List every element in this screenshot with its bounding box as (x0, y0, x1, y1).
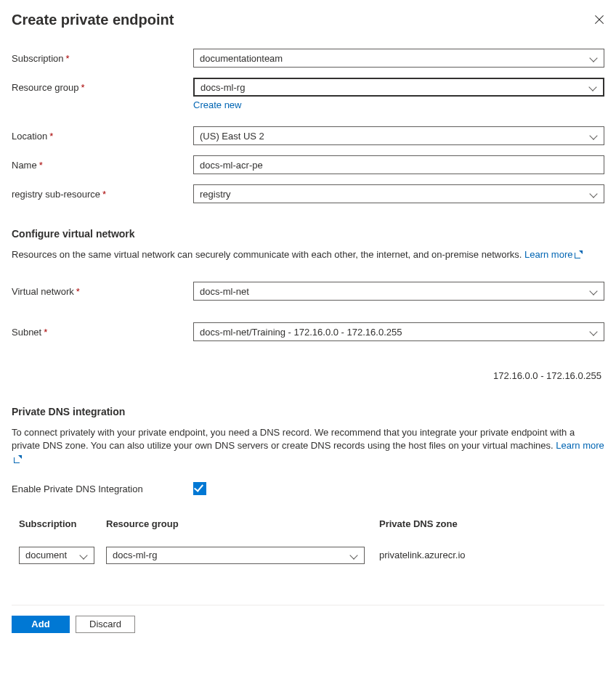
chevron-down-icon (589, 54, 598, 62)
create-private-endpoint-panel: Create private endpoint Subscription* do… (0, 0, 616, 643)
vnet-section-text: Resources on the same virtual network ca… (12, 248, 604, 261)
subnet-range-text: 172.16.0.0 - 172.16.0.255 (12, 370, 604, 381)
dns-section-text: To connect privately with your private e… (12, 426, 604, 466)
name-label: Name* (12, 155, 193, 171)
page-title: Create private endpoint (12, 12, 174, 28)
dns-col-resource-group: Resource group (106, 518, 379, 529)
dns-section-heading: Private DNS integration (12, 406, 604, 417)
chevron-down-icon (79, 551, 88, 560)
enable-dns-label: Enable Private DNS Integration (12, 479, 193, 494)
dns-resource-group-dropdown[interactable]: docs-ml-rg (106, 547, 365, 564)
registry-sub-dropdown[interactable]: registry (193, 184, 604, 203)
dns-table: Subscription Resource group Private DNS … (19, 518, 604, 564)
chevron-down-icon (589, 131, 598, 140)
subnet-label: Subnet* (12, 322, 193, 338)
external-link-icon (14, 455, 22, 463)
location-dropdown[interactable]: (US) East US 2 (193, 126, 604, 145)
external-link-icon (575, 250, 583, 258)
chevron-down-icon (349, 551, 358, 560)
resource-group-dropdown[interactable]: docs-ml-rg (193, 78, 604, 97)
discard-button[interactable]: Discard (76, 616, 135, 633)
dns-zone-value: privatelink.azurecr.io (379, 550, 604, 560)
add-button[interactable]: Add (12, 616, 70, 633)
subscription-label: Subscription* (12, 49, 193, 64)
dns-col-zone: Private DNS zone (379, 518, 604, 529)
vnet-section-heading: Configure virtual network (12, 228, 604, 240)
vnet-learn-more-link[interactable]: Learn more (524, 249, 583, 260)
location-label: Location* (12, 126, 193, 142)
chevron-down-icon (589, 327, 598, 336)
virtual-network-label: Virtual network* (12, 282, 193, 297)
chevron-down-icon (589, 287, 598, 295)
chevron-down-icon (589, 189, 598, 198)
enable-dns-checkbox[interactable] (193, 482, 206, 495)
chevron-down-icon (588, 83, 597, 91)
registry-sub-label: registry sub-resource* (12, 184, 193, 200)
name-input[interactable]: docs-ml-acr-pe (193, 155, 604, 174)
footer: Add Discard (12, 605, 604, 643)
subnet-dropdown[interactable]: docs-ml-net/Training - 172.16.0.0 - 172.… (193, 322, 604, 341)
dns-subscription-dropdown[interactable]: document (19, 547, 94, 564)
subscription-dropdown[interactable]: documentationteam (193, 49, 604, 68)
resource-group-label: Resource group* (12, 78, 193, 93)
close-icon[interactable] (594, 15, 604, 25)
virtual-network-dropdown[interactable]: docs-ml-net (193, 282, 604, 301)
dns-col-subscription: Subscription (19, 518, 106, 529)
create-new-link[interactable]: Create new (193, 99, 241, 110)
